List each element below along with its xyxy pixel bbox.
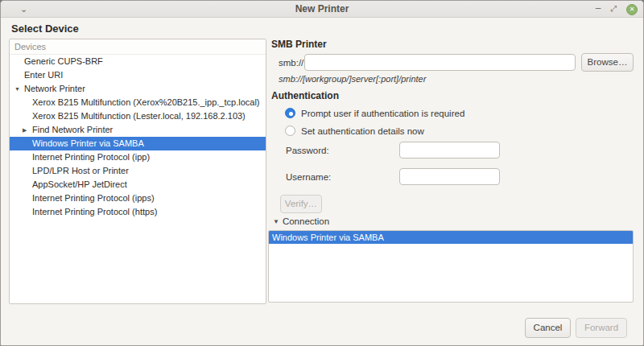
expander-down-icon[interactable]: ▼ [14, 82, 20, 96]
device-item[interactable]: ▶Find Network Printer [10, 123, 266, 137]
browse-button[interactable]: Browse… [581, 53, 634, 72]
connection-list: Windows Printer via SAMBA [268, 230, 634, 303]
device-item-label: Xerox B215 Multifunction (Lester.local, … [32, 111, 246, 121]
device-item[interactable]: ▼Network Printer [10, 82, 266, 96]
forward-button[interactable]: Forward [576, 318, 627, 338]
device-item[interactable]: Internet Printing Protocol (ipps) [10, 192, 266, 205]
verify-button[interactable]: Verify… [280, 195, 322, 213]
username-label: Username: [286, 172, 331, 182]
smb-uri-hint: smb://[workgroup/]server[:port]/printer [279, 74, 426, 84]
close-button[interactable]: ✕ [626, 4, 638, 15]
device-item[interactable]: LPD/LPR Host or Printer [10, 164, 266, 178]
devices-column-header[interactable]: Devices [10, 39, 266, 55]
password-label: Password: [286, 146, 329, 155]
devices-list: Devices Generic CUPS-BRFEnter URI▼Networ… [9, 39, 266, 304]
device-item-label: Enter URI [24, 70, 63, 80]
device-item-label: Windows Printer via SAMBA [32, 138, 144, 148]
window-title: New Printer [1, 1, 643, 18]
expander-right-icon[interactable]: ▶ [23, 123, 27, 137]
device-item-label: Generic CUPS-BRF [24, 56, 103, 66]
cancel-button[interactable]: Cancel [525, 318, 571, 338]
device-item-label: Internet Printing Protocol (ipps) [32, 193, 155, 203]
maximize-button[interactable]: ⤢ [607, 1, 620, 17]
username-field[interactable] [399, 168, 500, 185]
radio-prompt-authentication[interactable]: Prompt user if authentication is require… [285, 105, 464, 117]
smb-scheme-label: smb:// [279, 58, 303, 68]
password-field[interactable] [399, 142, 500, 159]
device-item[interactable]: Xerox B215 Multifunction (Lester.local, … [10, 109, 266, 123]
radio-prompt-label: Prompt user if authentication is require… [301, 109, 464, 118]
smb-uri-input[interactable] [304, 54, 576, 71]
connection-item[interactable]: Windows Printer via SAMBA [269, 231, 633, 244]
device-item-label: Internet Printing Protocol (https) [32, 207, 157, 216]
authentication-heading: Authentication [271, 90, 339, 101]
connection-title: Connection [283, 216, 329, 226]
device-item[interactable]: Generic CUPS-BRF [10, 55, 266, 68]
device-item-label: AppSocket/HP JetDirect [32, 179, 127, 189]
device-item[interactable]: Internet Printing Protocol (ipp) [10, 150, 266, 164]
device-item-label: Find Network Printer [32, 125, 113, 134]
device-item[interactable]: Enter URI [10, 68, 266, 82]
device-item-label: Xerox B215 Multifunction (Xerox%20B215._… [32, 97, 260, 107]
page-title: Select Device [11, 23, 79, 35]
device-item-label: Internet Printing Protocol (ipp) [32, 152, 150, 162]
radio-unselected-icon[interactable] [285, 126, 295, 136]
device-item-label: Network Printer [24, 84, 85, 93]
devices-rows: Generic CUPS-BRFEnter URI▼Network Printe… [10, 55, 266, 219]
device-item-label: LPD/LPR Host or Printer [32, 166, 129, 175]
radio-set-authentication[interactable]: Set authentication details now [285, 123, 424, 134]
device-item[interactable]: Windows Printer via SAMBA [10, 137, 266, 150]
device-item[interactable]: Internet Printing Protocol (https) [10, 205, 266, 219]
device-item[interactable]: AppSocket/HP JetDirect [10, 178, 266, 192]
radio-set-label: Set authentication details now [301, 126, 424, 136]
connection-rows: Windows Printer via SAMBA [269, 231, 633, 244]
close-icon: ✕ [630, 6, 635, 13]
device-item[interactable]: Xerox B215 Multifunction (Xerox%20B215._… [10, 96, 266, 109]
new-printer-window: ⌄ New Printer – ⤢ ✕ Select Device Device… [0, 0, 644, 346]
titlebar[interactable]: ⌄ New Printer – ⤢ ✕ [1, 1, 643, 18]
radio-selected-icon[interactable] [285, 108, 295, 118]
connection-collapse-icon[interactable]: ▼ [273, 218, 279, 225]
smb-printer-heading: SMB Printer [271, 39, 327, 50]
connection-section-header[interactable]: ▼Connection [273, 216, 329, 226]
minimize-button[interactable]: – [592, 1, 605, 16]
